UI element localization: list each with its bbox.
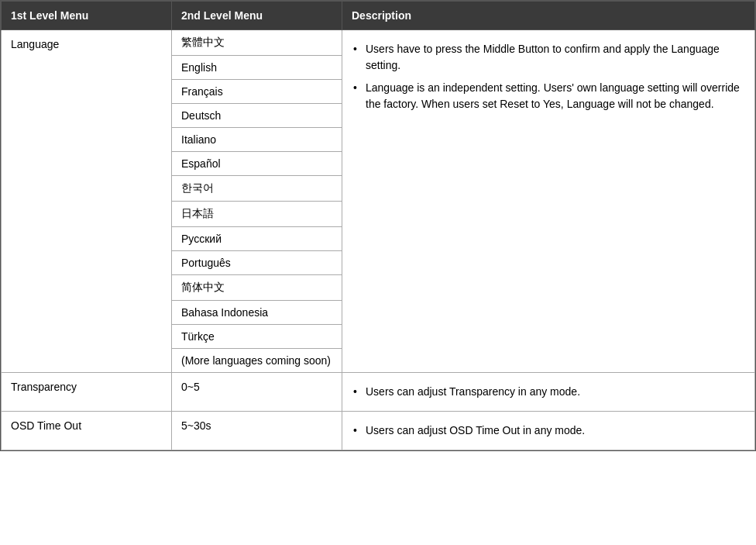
language-option: Português [172, 251, 342, 275]
description-list: Users can adjust OSD Time Out in any mod… [353, 419, 744, 442]
description-list: Users have to press the Middle Button to… [353, 38, 744, 116]
row-2-col2: 5~30s [172, 412, 342, 450]
language-option: Русский [172, 227, 342, 251]
description-bullet: Users have to press the Middle Button to… [353, 38, 744, 77]
row-1-col1: Transparency [2, 373, 172, 412]
row-1-col2: 0~5 [172, 373, 342, 412]
row-0-col2: 繁體中文EnglishFrançaisDeutschItalianoEspaño… [172, 30, 342, 373]
description-bullet: Users can adjust Transparency in any mod… [353, 381, 744, 403]
description-bullet: Users can adjust OSD Time Out in any mod… [353, 419, 744, 442]
language-option: 简体中文 [172, 275, 342, 301]
language-option: 한국어 [172, 176, 342, 202]
main-table: 1st Level Menu 2nd Level Menu Descriptio… [0, 0, 756, 451]
description-bullet: Language is an independent setting. User… [353, 77, 744, 116]
table-row: OSD Time Out5~30sUsers can adjust OSD Ti… [2, 412, 755, 450]
description-list: Users can adjust Transparency in any mod… [353, 381, 744, 403]
table-row: Transparency0~5Users can adjust Transpar… [2, 373, 755, 412]
row-0-col1: Language [2, 30, 172, 373]
language-option: 繁體中文 [172, 30, 342, 56]
language-option: English [172, 56, 342, 80]
language-option: Türkçe [172, 325, 342, 349]
row-0-col3: Users have to press the Middle Button to… [342, 30, 755, 373]
language-option: Italiano [172, 128, 342, 152]
row-2-col1: OSD Time Out [2, 412, 172, 450]
header-col3: Description [342, 2, 755, 30]
row-2-col3: Users can adjust OSD Time Out in any mod… [342, 412, 755, 450]
language-option: Deutsch [172, 104, 342, 128]
language-option: Français [172, 80, 342, 104]
header-col2: 2nd Level Menu [172, 2, 342, 30]
language-option: (More languages coming soon) [172, 349, 342, 372]
row-1-col3: Users can adjust Transparency in any mod… [342, 373, 755, 412]
language-option: Bahasa Indonesia [172, 301, 342, 325]
header-col1: 1st Level Menu [2, 2, 172, 30]
language-option: 日本語 [172, 202, 342, 227]
language-option: Español [172, 152, 342, 176]
table-header-row: 1st Level Menu 2nd Level Menu Descriptio… [2, 2, 755, 30]
table-row: Language繁體中文EnglishFrançaisDeutschItalia… [2, 30, 755, 373]
